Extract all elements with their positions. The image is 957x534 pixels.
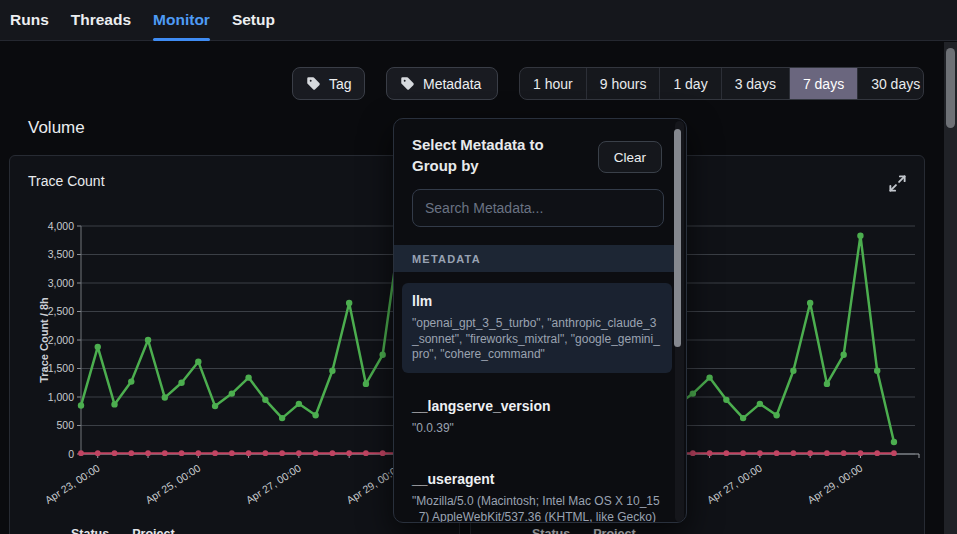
metadata-values: "Mozilla/5.0 (Macintosh; Intel Mac OS X …: [412, 494, 662, 522]
page-scrollbar[interactable]: [944, 42, 957, 534]
metadata-section-label: METADATA: [394, 245, 680, 272]
legend-columns: Status Project: [10, 527, 175, 534]
svg-text:2,000: 2,000: [48, 334, 74, 346]
svg-text:Apr 27, 00:00: Apr 27, 00:00: [705, 462, 765, 506]
top-nav: RunsThreadsMonitorSetup: [0, 0, 957, 41]
nav-tabs: RunsThreadsMonitorSetup: [10, 0, 275, 41]
tag-button-label: Tag: [329, 76, 352, 92]
time-range-9-hours[interactable]: 9 hours: [586, 68, 660, 99]
svg-text:1,500: 1,500: [48, 362, 74, 374]
time-range-30-days[interactable]: 30 days: [857, 68, 924, 99]
time-range-3-days[interactable]: 3 days: [721, 68, 789, 99]
legend-project[interactable]: Project: [132, 527, 174, 534]
tag-icon: [306, 76, 321, 91]
legend-status[interactable]: Status: [532, 527, 570, 534]
metadata-key: __langserve_version: [412, 398, 662, 414]
metadata-item-__langserve_version[interactable]: __langserve_version"0.0.39": [402, 388, 672, 447]
dropdown-scrollbar[interactable]: [675, 121, 684, 522]
svg-text:1,000: 1,000: [48, 391, 74, 403]
svg-text:0: 0: [68, 448, 74, 460]
expand-icon[interactable]: [888, 174, 908, 194]
tab-monitor[interactable]: Monitor: [153, 0, 210, 41]
page-scrollbar-thumb[interactable]: [946, 48, 955, 128]
search-metadata-input[interactable]: [412, 189, 664, 227]
svg-text:4,000: 4,000: [48, 220, 74, 232]
metadata-group-dropdown: Select Metadata to Group by Clear METADA…: [393, 118, 687, 523]
clear-button[interactable]: Clear: [598, 141, 662, 173]
tag-icon: [400, 76, 415, 91]
tab-threads[interactable]: Threads: [71, 0, 131, 41]
chart-title: Trace Count: [28, 173, 105, 189]
section-title: Volume: [28, 118, 85, 138]
tab-runs[interactable]: Runs: [10, 0, 49, 41]
svg-text:Apr 27, 00:00: Apr 27, 00:00: [244, 462, 304, 506]
svg-text:2,500: 2,500: [48, 305, 74, 317]
metadata-button-label: Metadata: [423, 76, 481, 92]
metadata-key: __useragent: [412, 471, 662, 487]
metadata-list: llm"openai_gpt_3_5_turbo", "anthropic_cl…: [394, 272, 680, 522]
svg-text:500: 500: [56, 419, 74, 431]
metadata-key: llm: [412, 293, 662, 309]
metadata-item-__useragent[interactable]: __useragent"Mozilla/5.0 (Macintosh; Inte…: [402, 461, 672, 522]
tag-button[interactable]: Tag: [292, 67, 365, 100]
time-range-1-hour[interactable]: 1 hour: [520, 68, 586, 99]
time-range-1-day[interactable]: 1 day: [659, 68, 720, 99]
legend-project[interactable]: Project: [593, 527, 635, 534]
svg-text:Apr 25, 00:00: Apr 25, 00:00: [143, 462, 203, 506]
dropdown-scrollbar-thumb[interactable]: [674, 129, 681, 347]
metadata-button[interactable]: Metadata: [386, 67, 498, 100]
svg-text:Apr 29, 00:00: Apr 29, 00:00: [805, 462, 865, 506]
metadata-item-llm[interactable]: llm"openai_gpt_3_5_turbo", "anthropic_cl…: [402, 283, 672, 373]
metadata-values: "0.0.39": [412, 421, 662, 437]
metadata-values: "openai_gpt_3_5_turbo", "anthropic_claud…: [412, 316, 662, 363]
legend-columns: Status Project: [471, 527, 636, 534]
svg-text:3,500: 3,500: [48, 248, 74, 260]
legend-status[interactable]: Status: [71, 527, 109, 534]
time-range-7-days[interactable]: 7 days: [789, 68, 857, 99]
tab-setup[interactable]: Setup: [232, 0, 275, 41]
svg-text:3,000: 3,000: [48, 277, 74, 289]
dropdown-title: Select Metadata to Group by: [412, 134, 584, 176]
svg-text:Apr 23, 00:00: Apr 23, 00:00: [42, 462, 102, 506]
time-range-selector: 1 hour9 hours1 day3 days7 days30 days: [519, 67, 924, 100]
svg-text:Trace Count / 8h: Trace Count / 8h: [38, 297, 50, 383]
